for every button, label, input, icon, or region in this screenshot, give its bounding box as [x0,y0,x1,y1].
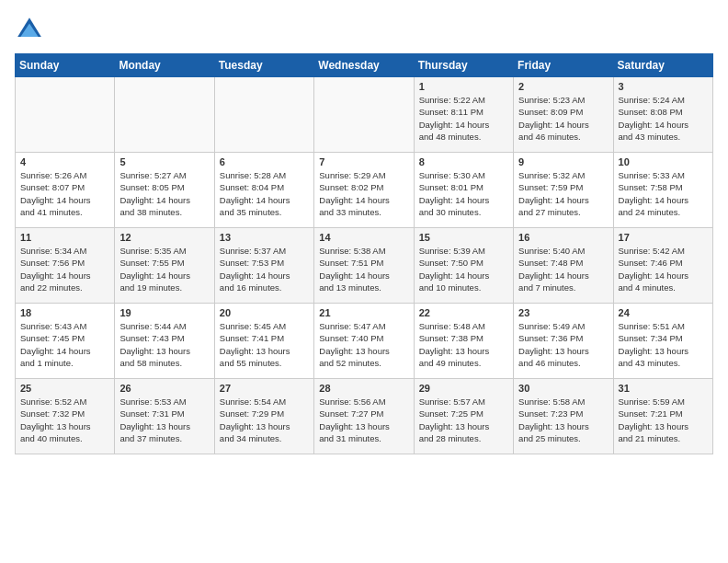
day-number: 22 [419,307,508,318]
day-number: 16 [518,232,608,243]
day-info: Sunrise: 5:29 AM Sunset: 8:02 PM Dayligh… [319,169,408,218]
day-info: Sunrise: 5:51 AM Sunset: 7:34 PM Dayligh… [619,320,708,369]
calendar-cell: 3Sunrise: 5:24 AM Sunset: 8:08 PM Daylig… [613,77,712,153]
calendar-cell: 21Sunrise: 5:47 AM Sunset: 7:40 PM Dayli… [314,304,414,379]
day-info: Sunrise: 5:26 AM Sunset: 8:07 PM Dayligh… [20,169,109,218]
calendar-cell: 29Sunrise: 5:57 AM Sunset: 7:25 PM Dayli… [414,379,513,454]
calendar-cell: 20Sunrise: 5:45 AM Sunset: 7:41 PM Dayli… [214,304,313,379]
calendar-cell: 7Sunrise: 5:29 AM Sunset: 8:02 PM Daylig… [314,153,414,228]
day-info: Sunrise: 5:22 AM Sunset: 8:11 PM Dayligh… [419,94,508,143]
day-info: Sunrise: 5:52 AM Sunset: 7:32 PM Dayligh… [20,396,109,444]
day-number: 4 [20,156,109,167]
day-number: 30 [518,383,608,394]
day-number: 21 [319,307,408,318]
day-info: Sunrise: 5:57 AM Sunset: 7:25 PM Dayligh… [419,396,508,444]
day-number: 24 [619,307,708,318]
day-number: 2 [518,81,608,92]
calendar-cell: 4Sunrise: 5:26 AM Sunset: 8:07 PM Daylig… [16,153,115,228]
day-info: Sunrise: 5:27 AM Sunset: 8:05 PM Dayligh… [119,169,209,218]
calendar-cell: 16Sunrise: 5:40 AM Sunset: 7:48 PM Dayli… [514,228,613,304]
day-number: 25 [20,383,109,394]
day-info: Sunrise: 5:33 AM Sunset: 7:58 PM Dayligh… [619,169,708,218]
day-number: 3 [619,81,708,92]
day-info: Sunrise: 5:59 AM Sunset: 7:21 PM Dayligh… [619,396,708,444]
day-info: Sunrise: 5:49 AM Sunset: 7:36 PM Dayligh… [518,320,608,369]
day-info: Sunrise: 5:42 AM Sunset: 7:46 PM Dayligh… [619,245,708,293]
calendar-cell: 31Sunrise: 5:59 AM Sunset: 7:21 PM Dayli… [613,379,712,454]
day-info: Sunrise: 5:39 AM Sunset: 7:50 PM Dayligh… [419,245,508,293]
day-number: 7 [319,156,408,167]
day-info: Sunrise: 5:24 AM Sunset: 8:08 PM Dayligh… [619,94,708,143]
day-info: Sunrise: 5:35 AM Sunset: 7:55 PM Dayligh… [119,245,209,293]
day-number: 10 [619,156,708,167]
calendar-week-2: 4Sunrise: 5:26 AM Sunset: 8:07 PM Daylig… [16,153,713,228]
day-number: 8 [419,156,508,167]
header-thursday: Thursday [414,54,513,77]
day-info: Sunrise: 5:30 AM Sunset: 8:01 PM Dayligh… [419,169,508,218]
day-info: Sunrise: 5:38 AM Sunset: 7:51 PM Dayligh… [319,245,408,293]
day-info: Sunrise: 5:28 AM Sunset: 8:04 PM Dayligh… [220,169,309,218]
header-monday: Monday [115,54,214,77]
day-info: Sunrise: 5:40 AM Sunset: 7:48 PM Dayligh… [518,245,608,293]
calendar-week-4: 18Sunrise: 5:43 AM Sunset: 7:45 PM Dayli… [16,304,713,379]
day-number: 17 [619,232,708,243]
day-info: Sunrise: 5:44 AM Sunset: 7:43 PM Dayligh… [119,320,209,369]
day-number: 23 [518,307,608,318]
calendar-week-3: 11Sunrise: 5:34 AM Sunset: 7:56 PM Dayli… [16,228,713,304]
day-number: 29 [419,383,508,394]
header-tuesday: Tuesday [214,54,313,77]
day-number: 31 [619,383,708,394]
day-number: 9 [518,156,608,167]
page-header [15,15,713,44]
calendar-cell [16,77,115,153]
day-number: 27 [220,383,309,394]
calendar-cell [214,77,313,153]
calendar-cell: 5Sunrise: 5:27 AM Sunset: 8:05 PM Daylig… [115,153,214,228]
header-sunday: Sunday [16,54,115,77]
calendar-cell: 17Sunrise: 5:42 AM Sunset: 7:46 PM Dayli… [613,228,712,304]
calendar-cell: 13Sunrise: 5:37 AM Sunset: 7:53 PM Dayli… [214,228,313,304]
calendar-cell: 28Sunrise: 5:56 AM Sunset: 7:27 PM Dayli… [314,379,414,454]
day-number: 12 [119,232,209,243]
day-number: 18 [20,307,109,318]
calendar-cell: 24Sunrise: 5:51 AM Sunset: 7:34 PM Dayli… [613,304,712,379]
day-info: Sunrise: 5:43 AM Sunset: 7:45 PM Dayligh… [20,320,109,369]
day-info: Sunrise: 5:23 AM Sunset: 8:09 PM Dayligh… [518,94,608,143]
logo [15,15,48,44]
calendar-cell: 19Sunrise: 5:44 AM Sunset: 7:43 PM Dayli… [115,304,214,379]
day-info: Sunrise: 5:53 AM Sunset: 7:31 PM Dayligh… [119,396,209,444]
calendar-cell: 9Sunrise: 5:32 AM Sunset: 7:59 PM Daylig… [514,153,613,228]
header-wednesday: Wednesday [314,54,414,77]
calendar-cell: 22Sunrise: 5:48 AM Sunset: 7:38 PM Dayli… [414,304,513,379]
header-friday: Friday [514,54,613,77]
day-info: Sunrise: 5:48 AM Sunset: 7:38 PM Dayligh… [419,320,508,369]
day-number: 28 [319,383,408,394]
header-saturday: Saturday [613,54,712,77]
day-number: 14 [319,232,408,243]
calendar-cell: 8Sunrise: 5:30 AM Sunset: 8:01 PM Daylig… [414,153,513,228]
day-info: Sunrise: 5:34 AM Sunset: 7:56 PM Dayligh… [20,245,109,293]
day-number: 1 [419,81,508,92]
calendar-cell: 14Sunrise: 5:38 AM Sunset: 7:51 PM Dayli… [314,228,414,304]
calendar-cell: 2Sunrise: 5:23 AM Sunset: 8:09 PM Daylig… [514,77,613,153]
day-number: 11 [20,232,109,243]
day-info: Sunrise: 5:56 AM Sunset: 7:27 PM Dayligh… [319,396,408,444]
day-info: Sunrise: 5:54 AM Sunset: 7:29 PM Dayligh… [220,396,309,444]
day-number: 5 [119,156,209,167]
day-number: 20 [220,307,309,318]
calendar-cell: 27Sunrise: 5:54 AM Sunset: 7:29 PM Dayli… [214,379,313,454]
day-number: 15 [419,232,508,243]
calendar-cell: 18Sunrise: 5:43 AM Sunset: 7:45 PM Dayli… [16,304,115,379]
calendar-week-1: 1Sunrise: 5:22 AM Sunset: 8:11 PM Daylig… [16,77,713,153]
day-info: Sunrise: 5:45 AM Sunset: 7:41 PM Dayligh… [220,320,309,369]
day-number: 13 [220,232,309,243]
calendar-cell: 11Sunrise: 5:34 AM Sunset: 7:56 PM Dayli… [16,228,115,304]
calendar-cell: 15Sunrise: 5:39 AM Sunset: 7:50 PM Dayli… [414,228,513,304]
day-info: Sunrise: 5:32 AM Sunset: 7:59 PM Dayligh… [518,169,608,218]
calendar-cell: 26Sunrise: 5:53 AM Sunset: 7:31 PM Dayli… [115,379,214,454]
calendar-cell: 10Sunrise: 5:33 AM Sunset: 7:58 PM Dayli… [613,153,712,228]
calendar-cell: 25Sunrise: 5:52 AM Sunset: 7:32 PM Dayli… [16,379,115,454]
calendar-cell [314,77,414,153]
day-info: Sunrise: 5:47 AM Sunset: 7:40 PM Dayligh… [319,320,408,369]
calendar-table: SundayMondayTuesdayWednesdayThursdayFrid… [15,53,713,454]
